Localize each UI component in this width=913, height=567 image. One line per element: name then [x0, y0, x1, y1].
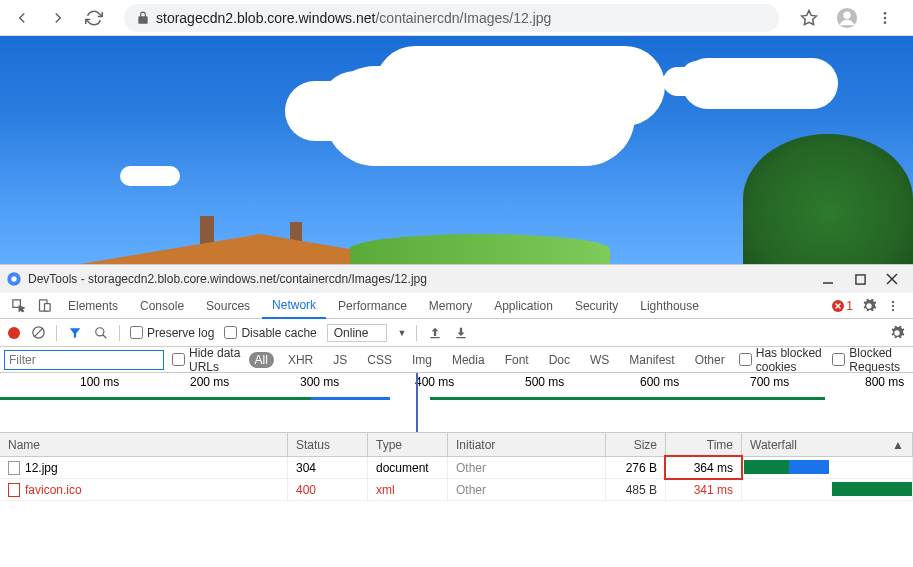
network-toolbar: Preserve log Disable cache Online ▼ [0, 319, 913, 347]
sort-indicator-icon: ▲ [892, 438, 904, 452]
filter-type-media[interactable]: Media [446, 352, 491, 368]
col-name[interactable]: Name [0, 433, 288, 456]
page-content-image [0, 36, 913, 264]
svg-point-4 [884, 16, 887, 19]
grid-header: Name Status Type Initiator Size Time Wat… [0, 433, 913, 457]
disable-cache-label: Disable cache [241, 326, 316, 340]
clear-button[interactable] [30, 325, 46, 341]
table-row[interactable]: favicon.ico 400 xml Other 485 B 341 ms [0, 479, 913, 501]
timeline-tick: 200 ms [190, 375, 229, 389]
filter-input[interactable] [4, 350, 164, 370]
more-dots-icon[interactable] [885, 298, 901, 314]
col-type[interactable]: Type [368, 433, 448, 456]
svg-rect-14 [44, 304, 50, 312]
menu-dots-icon[interactable] [871, 4, 899, 32]
col-waterfall[interactable]: Waterfall▲ [742, 433, 913, 456]
filter-type-ws[interactable]: WS [584, 352, 615, 368]
waterfall-bar [832, 482, 912, 496]
download-icon[interactable] [453, 325, 469, 341]
inspect-icon[interactable] [6, 298, 30, 313]
svg-line-22 [34, 328, 43, 337]
tab-application[interactable]: Application [484, 293, 563, 319]
error-count-badge[interactable]: 1 [832, 299, 853, 313]
toolbar-gear-icon[interactable] [889, 325, 905, 341]
devtools-tabs: Elements Console Sources Network Perform… [0, 293, 913, 319]
tab-network[interactable]: Network [262, 293, 326, 319]
filter-type-img[interactable]: Img [406, 352, 438, 368]
forward-button[interactable] [44, 4, 72, 32]
col-time[interactable]: Time [666, 433, 742, 456]
timeline-bar [430, 397, 825, 400]
throttle-select[interactable]: Online [327, 324, 388, 342]
row-name: 12.jpg [25, 461, 58, 475]
search-icon[interactable] [93, 325, 109, 341]
bookmark-star-icon[interactable] [795, 4, 823, 32]
record-button[interactable] [8, 327, 20, 339]
timeline-tick: 100 ms [80, 375, 119, 389]
browser-toolbar: storagecdn2.blob.core.windows.net/contai… [0, 0, 913, 36]
error-count-text: 1 [846, 299, 853, 313]
row-type: xml [368, 479, 448, 500]
maximize-button[interactable] [853, 272, 867, 286]
preserve-log-checkbox[interactable]: Preserve log [130, 326, 214, 340]
back-button[interactable] [8, 4, 36, 32]
waterfall-bar [789, 460, 829, 474]
row-time: 364 ms [666, 457, 742, 478]
timeline-tick: 600 ms [640, 375, 679, 389]
timeline-tick: 400 ms [415, 375, 454, 389]
row-size: 276 B [606, 457, 666, 478]
upload-icon[interactable] [427, 325, 443, 341]
file-icon [8, 461, 20, 475]
col-initiator[interactable]: Initiator [448, 433, 606, 456]
settings-gear-icon[interactable] [861, 298, 877, 314]
svg-point-3 [884, 12, 887, 15]
table-row[interactable]: 12.jpg 304 document Other 276 B 364 ms [0, 457, 913, 479]
svg-rect-9 [855, 274, 864, 283]
timeline-tick: 500 ms [525, 375, 564, 389]
svg-point-5 [884, 21, 887, 24]
tab-memory[interactable]: Memory [419, 293, 482, 319]
tab-lighthouse[interactable]: Lighthouse [630, 293, 709, 319]
tab-performance[interactable]: Performance [328, 293, 417, 319]
svg-line-24 [103, 334, 107, 338]
devtools-icon [6, 271, 22, 287]
col-status[interactable]: Status [288, 433, 368, 456]
filter-type-xhr[interactable]: XHR [282, 352, 319, 368]
tab-security[interactable]: Security [565, 293, 628, 319]
svg-point-23 [96, 327, 104, 335]
disable-cache-checkbox[interactable]: Disable cache [224, 326, 316, 340]
row-waterfall [742, 479, 913, 500]
timeline-overview[interactable]: 100 ms 200 ms 300 ms 400 ms 500 ms 600 m… [0, 373, 913, 433]
has-blocked-cookies-label: Has blocked cookies [756, 346, 825, 374]
filter-type-all[interactable]: All [249, 352, 274, 368]
filter-type-js[interactable]: JS [327, 352, 353, 368]
has-blocked-cookies-checkbox[interactable]: Has blocked cookies [739, 346, 825, 374]
filter-type-font[interactable]: Font [499, 352, 535, 368]
filter-icon[interactable] [67, 325, 83, 341]
url-host: storagecdn2.blob.core.windows.net [156, 10, 375, 26]
col-size[interactable]: Size [606, 433, 666, 456]
filter-type-doc[interactable]: Doc [543, 352, 576, 368]
devtools-panel: DevTools - storagecdn2.blob.core.windows… [0, 264, 913, 567]
row-type: document [368, 457, 448, 478]
timeline-tick: 800 ms [865, 375, 904, 389]
blocked-requests-checkbox[interactable]: Blocked Requests [832, 346, 909, 374]
row-size: 485 B [606, 479, 666, 500]
profile-avatar-icon[interactable] [833, 4, 861, 32]
row-status: 304 [288, 457, 368, 478]
device-toggle-icon[interactable] [32, 298, 56, 313]
tab-sources[interactable]: Sources [196, 293, 260, 319]
filter-type-css[interactable]: CSS [361, 352, 398, 368]
hide-data-urls-checkbox[interactable]: Hide data URLs [172, 346, 241, 374]
timeline-cursor [416, 373, 418, 432]
tab-console[interactable]: Console [130, 293, 194, 319]
reload-button[interactable] [80, 4, 108, 32]
minimize-button[interactable] [821, 272, 835, 286]
address-bar[interactable]: storagecdn2.blob.core.windows.net/contai… [124, 4, 779, 32]
close-button[interactable] [885, 272, 899, 286]
filter-type-manifest[interactable]: Manifest [623, 352, 680, 368]
tab-elements[interactable]: Elements [58, 293, 128, 319]
filter-type-other[interactable]: Other [689, 352, 731, 368]
row-waterfall [742, 457, 913, 478]
svg-point-7 [11, 276, 16, 281]
